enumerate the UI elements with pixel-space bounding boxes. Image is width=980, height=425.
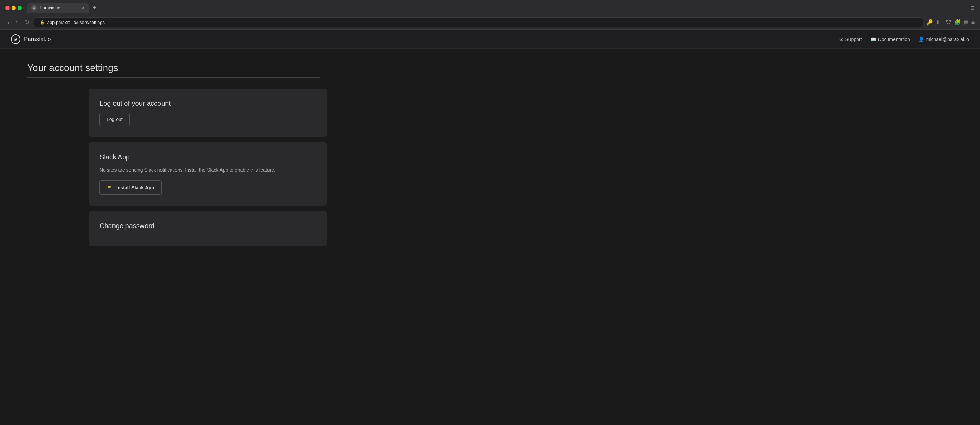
- slack-icon: [107, 184, 113, 191]
- traffic-lights: [5, 6, 22, 10]
- window-controls: ⊟: [970, 5, 975, 11]
- install-slack-button[interactable]: Install Slack App: [100, 181, 162, 195]
- page-title: Your account settings: [27, 62, 382, 73]
- key-icon[interactable]: 🔑: [926, 19, 933, 26]
- browser-nav: ‹ › ↻ 🔒 app.paraxial.io/users/settings 🔑…: [0, 15, 980, 29]
- logo-symbol: ◉: [14, 37, 18, 42]
- share-icon[interactable]: ⬆: [936, 19, 940, 26]
- forward-button[interactable]: ›: [14, 18, 20, 27]
- extensions-icon[interactable]: 🧩: [954, 19, 961, 26]
- slack-card: Slack App No sites are sending Slack not…: [89, 142, 327, 206]
- logo-icon: ◉: [11, 34, 21, 44]
- logout-button[interactable]: Log out: [100, 113, 130, 126]
- header-actions: ✉ Support 📖 Documentation 👤 michael@para…: [839, 37, 969, 42]
- active-tab[interactable]: ● Paraxial.io ×: [27, 3, 89, 13]
- maximize-button[interactable]: [18, 6, 22, 10]
- lock-icon: 🔒: [40, 20, 45, 24]
- logo-area: ◉ Paraxial.io: [11, 34, 839, 44]
- user-email: michael@paraxial.io: [926, 37, 969, 42]
- address-bar[interactable]: 🔒 app.paraxial.io/users/settings: [34, 18, 923, 27]
- tab-title: Paraxial.io: [40, 5, 60, 10]
- browser-chrome: ● Paraxial.io × + ⊟ ‹ › ↻ 🔒 app.paraxial…: [0, 0, 980, 30]
- user-menu[interactable]: 👤 michael@paraxial.io: [918, 37, 969, 42]
- sidebar-toggle-icon[interactable]: ▤: [964, 19, 969, 26]
- browser-titlebar: ● Paraxial.io × + ⊟: [0, 0, 980, 15]
- nav-actions: 🔑 ⬆ 🛡 🧩 ▤ ≡: [926, 19, 975, 26]
- support-link[interactable]: ✉ Support: [839, 37, 862, 42]
- close-button[interactable]: [5, 6, 10, 10]
- slack-card-title: Slack App: [100, 153, 316, 161]
- new-tab-button[interactable]: +: [90, 3, 99, 13]
- envelope-icon: ✉: [839, 37, 843, 42]
- refresh-button[interactable]: ↻: [23, 18, 31, 27]
- shield-icon[interactable]: 🛡: [946, 19, 951, 26]
- address-url: app.paraxial.io/users/settings: [48, 20, 105, 25]
- support-label: Support: [845, 37, 862, 42]
- window-control-icon[interactable]: ⊟: [970, 5, 975, 11]
- docs-label: Documentation: [878, 37, 910, 42]
- title-divider: [27, 77, 320, 78]
- app-name: Paraxial.io: [24, 36, 51, 43]
- main-content: Your account settings Log out of your ac…: [0, 49, 409, 260]
- logout-card-title: Log out of your account: [100, 100, 316, 107]
- menu-icon[interactable]: ≡: [972, 19, 975, 26]
- docs-link[interactable]: 📖 Documentation: [870, 37, 910, 42]
- back-button[interactable]: ‹: [5, 18, 11, 27]
- nav-divider: [943, 20, 943, 25]
- app-header: ◉ Paraxial.io ✉ Support 📖 Documentation …: [0, 30, 980, 49]
- change-password-card: Change password: [89, 211, 327, 246]
- cards-container: Log out of your account Log out Slack Ap…: [89, 89, 327, 246]
- tab-bar: ● Paraxial.io × +: [27, 3, 968, 13]
- logout-card: Log out of your account Log out: [89, 89, 327, 137]
- tab-close-button[interactable]: ×: [82, 5, 84, 10]
- minimize-button[interactable]: [11, 6, 16, 10]
- user-icon: 👤: [918, 37, 924, 42]
- slack-card-description: No sites are sending Slack notifications…: [100, 166, 316, 174]
- tab-favicon: ●: [31, 5, 37, 11]
- change-password-title: Change password: [100, 222, 316, 230]
- book-icon: 📖: [870, 37, 876, 42]
- install-slack-label: Install Slack App: [116, 185, 154, 190]
